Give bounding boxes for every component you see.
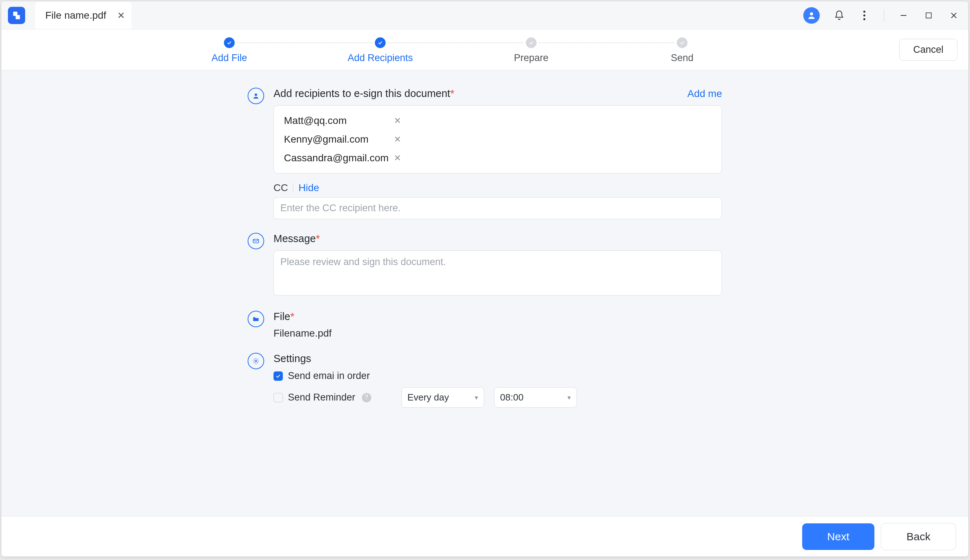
svg-rect-5: [926, 13, 932, 18]
tab-title: File name.pdf: [45, 10, 106, 21]
recipient-row: Cassandra@gmail.com ✕: [281, 149, 715, 167]
cc-toggle-link[interactable]: Hide: [298, 182, 319, 193]
remove-recipient-icon[interactable]: ✕: [394, 153, 401, 163]
chevron-down-icon: ▾: [568, 394, 571, 402]
remove-recipient-icon[interactable]: ✕: [394, 116, 401, 126]
step-add-file[interactable]: Add File: [154, 37, 305, 63]
message-section: Message*: [248, 233, 722, 297]
titlebar-actions: [803, 7, 968, 24]
settings-title: Settings: [274, 353, 311, 364]
message-textarea[interactable]: [274, 250, 722, 296]
check-icon: [275, 373, 281, 379]
step-prepare[interactable]: Prepare: [456, 37, 607, 63]
step-label: Add Recipients: [347, 52, 413, 63]
settings-section: Settings Send emai in order Send Reminde…: [248, 353, 722, 408]
user-avatar[interactable]: [803, 7, 820, 24]
cc-row: CC Hide: [274, 182, 722, 193]
close-window-icon[interactable]: [948, 10, 960, 21]
titlebar: File name.pdf ✕: [2, 2, 968, 30]
send-reminder-label: Send Reminder: [288, 392, 356, 403]
reminder-time-select[interactable]: 08:00 ▾: [494, 387, 577, 408]
recipient-email: Cassandra@gmail.com: [284, 152, 392, 164]
more-menu-icon[interactable]: [858, 10, 870, 21]
recipient-email: Kenny@gmail.com: [284, 133, 392, 145]
cc-input[interactable]: [274, 197, 722, 219]
send-in-order-row: Send emai in order: [274, 370, 722, 382]
chevron-down-icon: ▾: [475, 394, 478, 402]
reminder-frequency-select[interactable]: Every day ▾: [401, 387, 484, 408]
notification-icon[interactable]: [833, 10, 845, 21]
svg-point-2: [863, 14, 865, 17]
stepper: Add File Add Recipients Prepare: [12, 36, 899, 63]
recipients-section: Add recipients to e-sign this document* …: [248, 88, 722, 219]
maximize-icon[interactable]: [923, 10, 935, 21]
send-reminder-row: Send Reminder ? Every day ▾ 08:00 ▾: [274, 387, 722, 408]
svg-point-10: [255, 360, 257, 362]
svg-point-8: [255, 93, 257, 96]
remove-recipient-icon[interactable]: ✕: [394, 134, 401, 144]
form-panel: Add recipients to e-sign this document* …: [248, 88, 722, 408]
step-label: Send: [671, 52, 693, 63]
next-button[interactable]: Next: [802, 523, 875, 550]
check-icon: [528, 40, 534, 46]
close-tab-icon[interactable]: ✕: [117, 10, 125, 21]
recipient-email: Matt@qq.com: [284, 115, 392, 127]
separator: [293, 183, 293, 193]
reminder-frequency-value: Every day: [407, 392, 449, 403]
step-label: Add File: [211, 52, 247, 63]
stepper-bar: Add File Add Recipients Prepare: [2, 30, 968, 70]
cancel-button[interactable]: Cancel: [899, 39, 957, 61]
recipients-list: Matt@qq.com ✕ Kenny@gmail.com ✕ Cassandr…: [274, 105, 722, 173]
svg-point-1: [863, 10, 865, 13]
step-add-recipients[interactable]: Add Recipients: [305, 37, 456, 63]
check-icon: [679, 40, 685, 46]
file-title: File*: [274, 311, 294, 322]
content-area: Add recipients to e-sign this document* …: [2, 70, 968, 516]
cc-label: CC: [274, 182, 288, 193]
svg-point-3: [863, 18, 865, 20]
send-in-order-label: Send emai in order: [288, 370, 370, 382]
add-me-link[interactable]: Add me: [688, 88, 722, 100]
check-icon: [377, 40, 383, 46]
file-name-text: Filename.pdf: [274, 328, 722, 339]
message-title: Message*: [274, 233, 320, 244]
footer-bar: Next Back: [2, 516, 968, 557]
send-in-order-checkbox[interactable]: [274, 372, 283, 381]
document-tab[interactable]: File name.pdf ✕: [35, 2, 132, 29]
step-label: Prepare: [514, 52, 548, 63]
send-reminder-checkbox[interactable]: [274, 393, 283, 402]
svg-point-0: [810, 12, 813, 15]
app-window: File name.pdf ✕: [2, 2, 968, 557]
reminder-time-value: 08:00: [500, 392, 524, 403]
recipient-row: Kenny@gmail.com ✕: [281, 130, 715, 149]
app-logo[interactable]: [8, 7, 25, 24]
check-icon: [226, 40, 232, 46]
gear-icon: [248, 353, 264, 369]
app-logo-icon: [12, 10, 22, 20]
recipient-row: Matt@qq.com ✕: [281, 112, 715, 130]
separator: [884, 9, 884, 22]
step-send[interactable]: Send: [607, 37, 758, 63]
folder-icon: [248, 311, 264, 327]
avatar-icon: [807, 11, 816, 20]
back-button[interactable]: Back: [881, 523, 956, 550]
help-icon[interactable]: ?: [362, 393, 371, 402]
envelope-icon: [248, 233, 264, 249]
recipients-title: Add recipients to e-sign this document*: [274, 88, 454, 100]
file-section: File* Filename.pdf: [248, 311, 722, 339]
person-icon: [248, 88, 264, 104]
minimize-icon[interactable]: [898, 10, 909, 21]
